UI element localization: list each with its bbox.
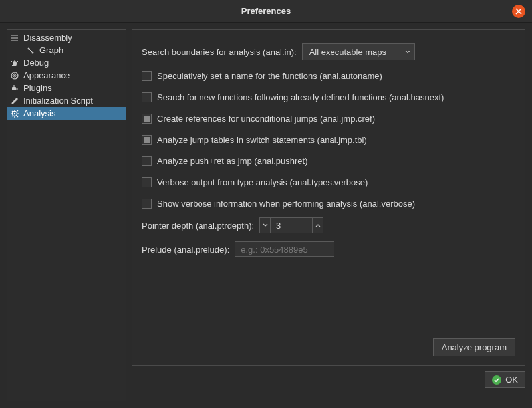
checkbox[interactable] [142, 71, 152, 81]
aperture-icon [10, 71, 19, 80]
sidebar-item-plugins[interactable]: Plugins [7, 82, 126, 94]
plug-icon [10, 84, 19, 93]
checkbox[interactable] [142, 114, 152, 124]
svg-point-2 [13, 61, 17, 66]
window-title: Preferences [241, 6, 291, 16]
sidebar-item-debug[interactable]: Debug [7, 56, 126, 69]
sidebar-item-label: Plugins [23, 83, 52, 93]
check-pushret[interactable]: Analyze push+ret as jmp (anal.pushret) [142, 153, 515, 168]
analyze-program-button[interactable]: Analyze program [433, 338, 515, 356]
search-boundaries-row: Search boundaries for analysis (anal.in)… [142, 43, 515, 60]
bug-icon [10, 58, 19, 68]
svg-rect-4 [12, 87, 16, 90]
checkbox-label: Analyze push+ret as jmp (anal.pushret) [157, 156, 308, 166]
checkbox-label: Search for new functions following alrea… [157, 92, 444, 102]
sidebar-item-analysis[interactable]: Analysis [7, 107, 126, 120]
footer: OK [132, 371, 525, 388]
titlebar: Preferences [0, 0, 532, 23]
prelude-row: Prelude (anal.prelude): e.g.: 0x554889e5 [142, 241, 515, 257]
gear-icon [10, 109, 19, 118]
checkbox[interactable] [142, 156, 152, 166]
ptrdepth-label: Pointer depth (anal.ptrdepth): [142, 221, 254, 231]
sidebar-item-appearance[interactable]: Appearance [7, 69, 126, 82]
checkbox[interactable] [142, 135, 152, 145]
pencil-icon [10, 96, 19, 106]
prelude-label: Prelude (anal.prelude): [142, 245, 229, 255]
checkbox[interactable] [142, 92, 152, 102]
check-jmp-cref[interactable]: Create references for unconditional jump… [142, 111, 515, 126]
check-jmp-tbl[interactable]: Analyze jump tables in switch statements… [142, 132, 515, 147]
ok-button[interactable]: OK [485, 371, 525, 388]
checkbox-label: Create references for unconditional jump… [157, 114, 375, 124]
sidebar-item-label: Appearance [23, 70, 70, 80]
search-boundaries-combo[interactable]: All executable maps [302, 43, 415, 60]
check-hasnext[interactable]: Search for new functions following alrea… [142, 90, 515, 104]
sidebar-item-label: Disassembly [23, 33, 72, 43]
checkbox-label: Show verbose information when performing… [157, 199, 415, 209]
analyze-button-label: Analyze program [442, 342, 507, 352]
sidebar-item-label: Graph [39, 45, 63, 55]
graph-icon [26, 46, 35, 55]
combo-value: All executable maps [309, 47, 386, 57]
main-area: Search boundaries for analysis (anal.in)… [132, 29, 525, 401]
check-verbose[interactable]: Show verbose information when performing… [142, 196, 515, 211]
sidebar-item-disassembly[interactable]: Disassembly [7, 31, 126, 44]
close-icon [515, 8, 522, 15]
close-button[interactable] [512, 5, 525, 18]
prelude-input[interactable]: e.g.: 0x554889e5 [235, 241, 334, 257]
check-autoname[interactable]: Speculatively set a name for the functio… [142, 68, 515, 83]
prelude-placeholder: e.g.: 0x554889e5 [241, 245, 307, 255]
checkbox-label: Analyze jump tables in switch statements… [157, 135, 367, 145]
spin-value: 3 [271, 221, 312, 231]
svg-point-6 [14, 112, 15, 114]
ok-label: OK [505, 375, 518, 385]
dialog-body: Disassembly Graph Debug Appearance Plugi… [0, 23, 532, 408]
sidebar-item-init-script[interactable]: Initialization Script [7, 94, 126, 107]
check-icon [492, 375, 501, 385]
checkbox[interactable] [142, 177, 152, 187]
disassembly-icon [10, 33, 19, 43]
analysis-panel: Search boundaries for analysis (anal.in)… [132, 29, 525, 366]
sidebar-item-label: Initialization Script [23, 96, 93, 106]
sidebar: Disassembly Graph Debug Appearance Plugi… [7, 29, 126, 401]
ptrdepth-spinner[interactable]: 3 [259, 217, 323, 233]
search-boundaries-label: Search boundaries for analysis (anal.in)… [142, 47, 297, 57]
checkbox-label: Verbose output from type analysis (anal.… [157, 177, 368, 187]
sidebar-item-label: Analysis [23, 108, 55, 118]
ptrdepth-row: Pointer depth (anal.ptrdepth): 3 [142, 217, 515, 233]
sidebar-item-graph[interactable]: Graph [7, 44, 126, 56]
spacer [142, 265, 515, 338]
checkbox[interactable] [142, 199, 152, 209]
spin-down-button[interactable] [260, 218, 271, 233]
sidebar-item-label: Debug [23, 58, 49, 68]
check-types-verbose[interactable]: Verbose output from type analysis (anal.… [142, 175, 515, 189]
chevron-down-icon [405, 47, 410, 57]
spin-up-button[interactable] [312, 218, 323, 233]
checkbox-label: Speculatively set a name for the functio… [157, 71, 382, 81]
